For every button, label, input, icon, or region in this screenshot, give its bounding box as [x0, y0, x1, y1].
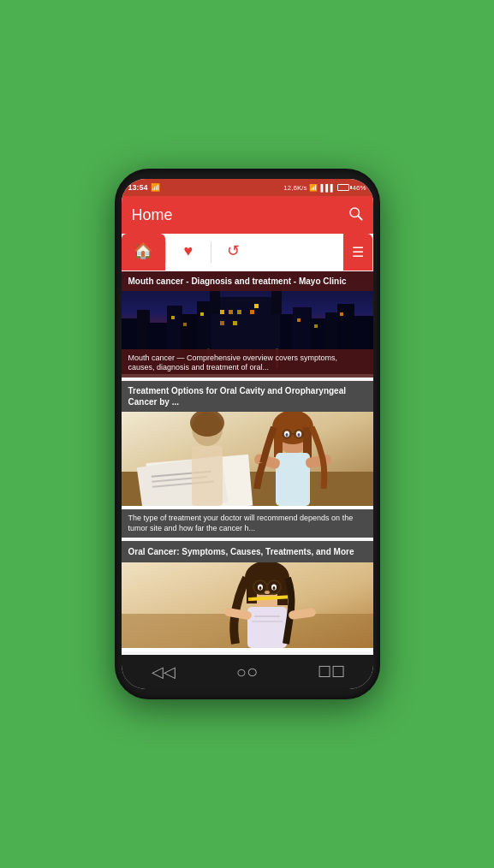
phone-screen: 13:54 📶 12,6K/s 📶 ▌▌▌ 46% Home	[122, 179, 373, 689]
article-3-title: Oral Cancer: Symptoms, Causes, Treatment…	[128, 546, 366, 557]
article-1-title-overlay: Mouth cancer - Diagnosis and treatment -…	[122, 271, 373, 291]
svg-rect-11	[210, 288, 220, 314]
svg-point-73	[272, 586, 275, 590]
network-speed: 12,6K/s	[283, 184, 307, 192]
nav-recent-button[interactable]: ☐	[318, 659, 344, 685]
svg-rect-21	[254, 304, 259, 308]
svg-line-1	[358, 216, 361, 219]
svg-rect-77	[247, 607, 287, 648]
svg-rect-31	[297, 318, 301, 322]
article-3-image	[122, 562, 373, 648]
svg-rect-29	[183, 323, 187, 326]
article-2-image	[122, 412, 373, 506]
svg-rect-19	[220, 321, 224, 325]
list-icon: ☰	[352, 244, 364, 260]
tab-list-view[interactable]: ☰	[343, 234, 372, 271]
svg-rect-28	[171, 316, 175, 319]
svg-rect-20	[233, 321, 237, 325]
article-card-1[interactable]: Mouth cancer - Diagnosis and treatment -…	[122, 271, 373, 378]
article-1-title: Mouth cancer - Diagnosis and treatment -…	[128, 276, 366, 287]
svg-rect-30	[200, 312, 204, 316]
article-2-desc-area: The type of treatment your doctor will r…	[122, 509, 373, 538]
svg-rect-80	[254, 615, 280, 617]
app-title: Home	[132, 206, 173, 224]
svg-point-51	[297, 433, 300, 437]
content-area[interactable]: Mouth cancer - Diagnosis and treatment -…	[122, 271, 373, 655]
search-icon	[348, 205, 363, 221]
status-bar-left: 13:54 📶	[128, 183, 160, 192]
bottom-navigation: ◁ ○ ☐	[122, 655, 373, 689]
svg-rect-55	[276, 453, 310, 506]
battery-body	[337, 184, 349, 191]
svg-rect-32	[314, 324, 318, 328]
svg-rect-60	[192, 446, 223, 506]
phone-device: 13:54 📶 12,6K/s 📶 ▌▌▌ 46% Home	[115, 169, 380, 699]
sim-icon: 📶	[151, 183, 160, 192]
status-time: 13:54	[128, 183, 148, 192]
article-1-description: Mouth cancer — Comprehensive overview co…	[128, 354, 366, 373]
article-3-title-area: Oral Cancer: Symptoms, Causes, Treatment…	[122, 541, 373, 562]
nav-home-button[interactable]: ○	[235, 659, 260, 685]
svg-point-72	[259, 586, 261, 590]
battery-indicator	[337, 184, 349, 191]
svg-rect-81	[252, 621, 283, 622]
svg-rect-33	[340, 312, 343, 316]
article-2-title-area: Treatment Options for Oral Cavity and Or…	[122, 381, 373, 412]
app-bar: Home	[122, 196, 373, 234]
tab-home[interactable]: 🏠	[122, 234, 166, 271]
article-card-3[interactable]: Oral Cancer: Symptoms, Causes, Treatment…	[122, 541, 373, 651]
status-bar-right: 12,6K/s 📶 ▌▌▌ 46%	[283, 184, 366, 192]
signal-icon: ▌▌▌	[320, 184, 335, 192]
svg-point-74	[265, 591, 270, 594]
svg-rect-16	[229, 310, 233, 314]
article-card-2[interactable]: Treatment Options for Oral Cavity and Or…	[122, 381, 373, 538]
battery-percent: 46%	[352, 184, 366, 192]
svg-rect-18	[250, 310, 254, 314]
nav-back-button[interactable]: ◁	[151, 659, 176, 685]
home-tab-icon: 🏠	[134, 241, 152, 260]
tab-favorites[interactable]: ♥	[166, 234, 211, 271]
wifi-icon: 📶	[309, 184, 318, 192]
status-bar: 13:54 📶 12,6K/s 📶 ▌▌▌ 46%	[122, 179, 373, 196]
svg-point-50	[285, 433, 288, 437]
history-tab-icon: ↺	[227, 241, 240, 260]
search-button[interactable]	[348, 205, 363, 225]
article-2-title: Treatment Options for Oral Cavity and Or…	[128, 385, 366, 407]
article-1-desc-overlay: Mouth cancer — Comprehensive overview co…	[122, 349, 373, 378]
svg-rect-15	[220, 310, 224, 314]
tab-bar: 🏠 ♥ ↺ ☰	[122, 234, 373, 271]
article-2-description: The type of treatment your doctor will r…	[128, 514, 366, 533]
favorites-tab-icon: ♥	[184, 242, 193, 260]
tab-history[interactable]: ↺	[211, 234, 256, 271]
svg-rect-17	[237, 310, 241, 314]
